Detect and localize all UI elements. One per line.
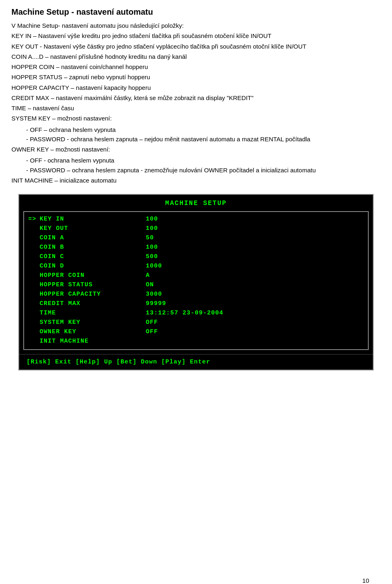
terminal-body: =>KEY IN100KEY OUT100COIN A50COIN B100CO…	[23, 211, 369, 350]
terminal-row: COIN B100	[24, 243, 368, 252]
row-value: 100	[146, 216, 158, 223]
row-value: 100	[146, 225, 158, 232]
row-label: OWNER KEY	[40, 328, 146, 335]
terminal-row: HOPPER CAPACITY3000	[24, 290, 368, 299]
terminal-row: INIT MACHINE	[24, 337, 368, 346]
row-label: TIME	[40, 310, 146, 317]
page-container: Machine Setup - nastavení automatu V Mac…	[11, 7, 381, 584]
row-value: ON	[146, 281, 154, 288]
terminal-row: HOPPER STATUSON	[24, 280, 368, 290]
terminal-row: COIN D1000	[24, 261, 368, 271]
owner-key-options: OFF - ochrana heslem vypnuta PASSWORD – …	[26, 156, 381, 175]
row-label: COIN A	[40, 234, 146, 241]
row-value: 100	[146, 244, 158, 251]
row-value: 500	[146, 253, 158, 260]
terminal-footer: [Risk] Exit [Help] Up [Bet] Down [Play] …	[19, 354, 373, 370]
terminal-row: COIN C500	[24, 252, 368, 261]
row-value: OFF	[146, 328, 158, 335]
terminal-row: CREDIT MAX99999	[24, 299, 368, 308]
intro-line-5: HOPPER COIN – nastavení coin/channel hop…	[11, 62, 381, 71]
row-label: SYSTEM KEY	[40, 319, 146, 326]
intro-line-7: HOPPER CAPACITY – nastavení kapacity hop…	[11, 83, 381, 92]
owner-key-label: OWNER KEY – možnosti nastavení:	[11, 145, 381, 154]
system-key-option-1: OFF – ochrana heslem vypnuta	[26, 125, 381, 134]
terminal-row: OWNER KEYOFF	[24, 327, 368, 337]
page-number: 10	[362, 577, 369, 584]
row-label: COIN B	[40, 244, 146, 251]
row-label: HOPPER CAPACITY	[40, 291, 146, 298]
terminal-row: COIN A50	[24, 233, 368, 243]
row-label: COIN D	[40, 263, 146, 270]
row-value: A	[146, 272, 150, 279]
intro-line-1: V Machine Setup- nastavení automatu jsou…	[11, 21, 381, 30]
system-key-option-2: PASSWORD - ochrana heslem zapnuta – nejd…	[26, 134, 381, 144]
owner-key-option-1: OFF - ochrana heslem vypnuta	[26, 156, 381, 165]
intro-line-8: CREDIT MAX – nastavení maximální částky,…	[11, 93, 381, 103]
row-value: 13:12:57 23-09-2004	[146, 310, 223, 317]
intro-line-3: KEY OUT - Nastavení výše částky pro jedn…	[11, 42, 381, 51]
owner-key-option-2: PASSWORD – ochrana heslem zapnuta - znem…	[26, 165, 381, 175]
system-key-options: OFF – ochrana heslem vypnuta PASSWORD - …	[26, 125, 381, 144]
row-value: 1000	[146, 263, 162, 270]
row-label: HOPPER COIN	[40, 272, 146, 279]
terminal-row: KEY OUT100	[24, 224, 368, 233]
doc-intro: V Machine Setup- nastavení automatu jsou…	[11, 21, 381, 123]
intro-line-4: COIN A....D – nastavení příslušné hodnot…	[11, 52, 381, 61]
row-label: CREDIT MAX	[40, 300, 146, 307]
terminal-title: MACHINE SETUP	[19, 195, 373, 211]
row-value: 99999	[146, 300, 166, 307]
row-label: KEY OUT	[40, 225, 146, 232]
terminal-block: MACHINE SETUP =>KEY IN100KEY OUT100COIN …	[18, 194, 374, 370]
terminal-row: SYSTEM KEYOFF	[24, 318, 368, 327]
page-heading: Machine Setup - nastavení automatu	[11, 7, 381, 17]
row-label: INIT MACHINE	[40, 338, 146, 345]
row-arrow: =>	[28, 216, 40, 223]
terminal-row: HOPPER COINA	[24, 271, 368, 280]
row-label: KEY IN	[40, 216, 146, 223]
intro-line-9: TIME – nastavení času	[11, 103, 381, 113]
row-value: OFF	[146, 319, 158, 326]
terminal-row: =>KEY IN100	[24, 214, 368, 224]
intro-line-2: KEY IN – Nastavení výše kreditu pro jedn…	[11, 31, 381, 40]
terminal-row: TIME13:12:57 23-09-2004	[24, 308, 368, 318]
row-value: 50	[146, 234, 154, 241]
intro-line-10: SYSTEM KEY – možnosti nastavení:	[11, 114, 381, 123]
intro-line-6: HOPPER STATUS – zapnutí nebo vypnutí hop…	[11, 72, 381, 82]
init-label: INIT MACHINE – inicializace automatu	[11, 176, 381, 185]
row-label: HOPPER STATUS	[40, 281, 146, 288]
row-value: 3000	[146, 291, 162, 298]
row-label: COIN C	[40, 253, 146, 260]
